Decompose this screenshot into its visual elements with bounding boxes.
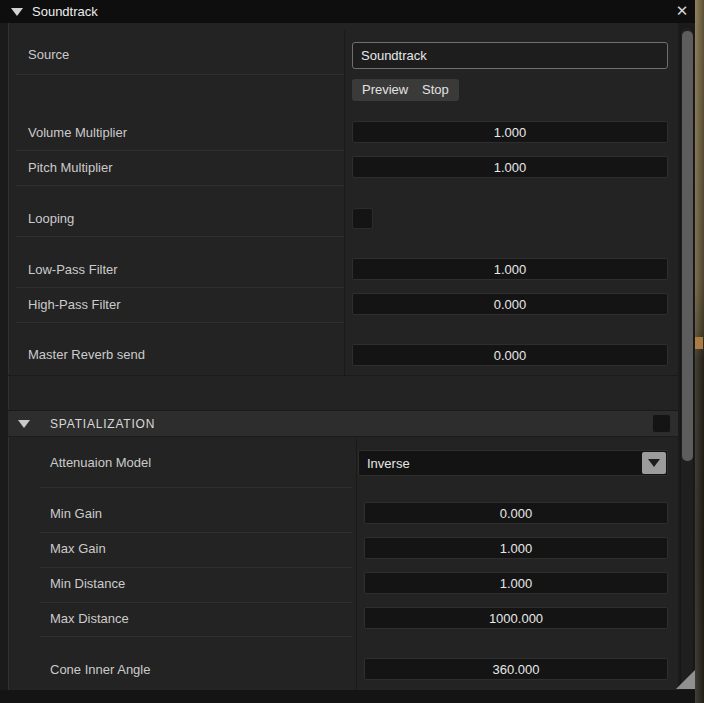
volume-multiplier-label: Volume Multiplier (28, 124, 127, 142)
close-icon[interactable]: ✕ (672, 1, 692, 21)
separator (16, 236, 344, 237)
min-gain-field[interactable]: 0.000 (364, 502, 668, 524)
separator (40, 487, 352, 488)
source-input[interactable] (352, 42, 668, 69)
scrollbar-thumb[interactable] (682, 31, 693, 461)
column-divider (356, 437, 357, 690)
source-label: Source (28, 46, 69, 64)
separator (16, 185, 344, 186)
min-gain-label: Min Gain (50, 505, 102, 523)
high-pass-filter-label: High-Pass Filter (28, 296, 120, 314)
window-bottom-frame (0, 690, 695, 703)
chevron-down-icon (648, 459, 660, 467)
max-distance-label: Max Distance (50, 610, 129, 628)
attenuation-model-value: Inverse (367, 456, 410, 471)
pitch-multiplier-label: Pitch Multiplier (28, 159, 113, 177)
cone-inner-angle-field[interactable]: 360.000 (364, 658, 668, 680)
viewport-background-strip (695, 0, 704, 703)
stop-button[interactable]: Stop (412, 79, 459, 101)
max-distance-field[interactable]: 1000.000 (364, 607, 668, 629)
separator (16, 322, 344, 323)
separator (16, 287, 344, 288)
dropdown-arrow-button[interactable] (642, 452, 666, 474)
volume-multiplier-field[interactable]: 1.000 (352, 121, 668, 143)
column-divider (344, 30, 345, 375)
spatialization-enable-checkbox[interactable] (652, 414, 671, 433)
spatialization-collapse-icon[interactable] (18, 420, 30, 428)
viewport-background-notch (694, 337, 703, 349)
high-pass-filter-field[interactable]: 0.000 (352, 293, 668, 315)
cone-inner-angle-label: Cone Inner Angle (50, 661, 150, 679)
looping-label: Looping (28, 210, 74, 228)
separator (16, 74, 344, 75)
window-title: Soundtrack (32, 4, 98, 19)
collapse-triangle-icon[interactable] (11, 8, 23, 16)
resize-grip[interactable] (676, 670, 695, 689)
separator (40, 602, 352, 603)
pitch-multiplier-field[interactable]: 1.000 (352, 156, 668, 178)
section-bottom-line (8, 375, 678, 376)
attenuation-model-label: Attenuaion Model (50, 454, 151, 472)
spatialization-header[interactable]: SPATIALIZATION (8, 410, 678, 437)
max-gain-label: Max Gain (50, 540, 106, 558)
attenuation-model-dropdown[interactable]: Inverse (358, 450, 668, 476)
preview-button[interactable]: Preview (352, 79, 418, 101)
min-distance-label: Min Distance (50, 575, 125, 593)
window-titlebar[interactable]: Soundtrack ✕ (0, 0, 695, 23)
min-distance-field[interactable]: 1.000 (364, 572, 668, 594)
separator (40, 532, 352, 533)
master-reverb-send-label: Master Reverb send (28, 346, 145, 364)
spatialization-title: SPATIALIZATION (50, 417, 155, 431)
screen: Soundtrack ✕ Source Preview Stop Volume … (0, 0, 704, 703)
separator (40, 636, 352, 637)
low-pass-filter-label: Low-Pass Filter (28, 261, 118, 279)
low-pass-filter-field[interactable]: 1.000 (352, 258, 668, 280)
separator (40, 567, 352, 568)
soundtrack-window: Soundtrack ✕ Source Preview Stop Volume … (0, 0, 695, 703)
master-reverb-send-field[interactable]: 0.000 (352, 344, 668, 366)
looping-checkbox[interactable] (352, 208, 373, 229)
separator (16, 150, 344, 151)
max-gain-field[interactable]: 1.000 (364, 537, 668, 559)
